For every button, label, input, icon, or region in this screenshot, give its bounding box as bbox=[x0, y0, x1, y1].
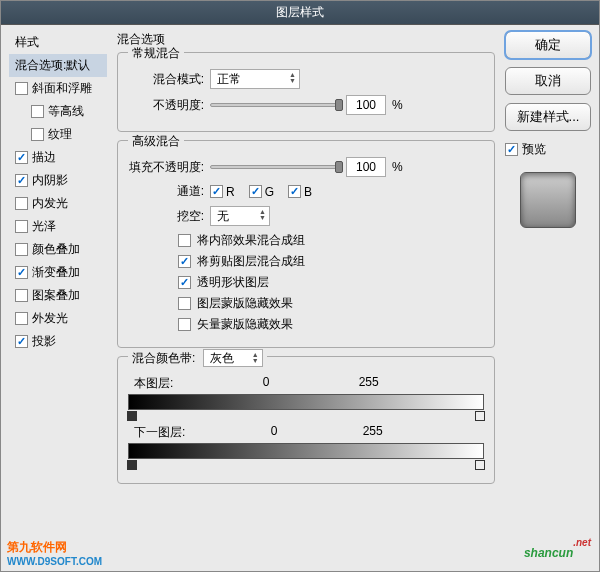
fieldset-title: 常规混合 bbox=[128, 45, 184, 62]
slider-thumb[interactable] bbox=[335, 99, 343, 111]
checkbox[interactable] bbox=[15, 197, 28, 210]
slider-thumb[interactable] bbox=[335, 161, 343, 173]
checkbox[interactable] bbox=[15, 174, 28, 187]
opacity-input[interactable] bbox=[346, 95, 386, 115]
knockout-select[interactable]: 无 ▲▼ bbox=[210, 206, 270, 226]
sidebar-item[interactable]: 斜面和浮雕 bbox=[9, 77, 107, 100]
new-style-button[interactable]: 新建样式... bbox=[505, 103, 591, 131]
knockout-label: 挖空: bbox=[128, 208, 204, 225]
checkbox[interactable] bbox=[15, 220, 28, 233]
sidebar-item-blend-options[interactable]: 混合选项:默认 bbox=[9, 54, 107, 77]
checkbox[interactable] bbox=[178, 276, 191, 289]
preview-checkbox[interactable] bbox=[505, 143, 518, 156]
checkbox[interactable] bbox=[288, 185, 301, 198]
preview-toggle[interactable]: 预览 bbox=[505, 141, 591, 158]
sidebar-item[interactable]: 内发光 bbox=[9, 192, 107, 215]
general-blending-group: 常规混合 混合模式: 正常 ▲▼ 不透明度: % bbox=[117, 52, 495, 132]
this-layer-gradient[interactable] bbox=[128, 394, 484, 410]
sidebar-item-label: 纹理 bbox=[48, 126, 72, 143]
checkbox[interactable] bbox=[15, 243, 28, 256]
channel-toggle[interactable]: B bbox=[288, 185, 312, 199]
opacity-slider[interactable] bbox=[210, 103, 340, 107]
right-column: 确定 取消 新建样式... 预览 bbox=[505, 31, 591, 492]
sidebar-item[interactable]: 图案叠加 bbox=[9, 284, 107, 307]
advanced-option[interactable]: 透明形状图层 bbox=[178, 274, 484, 291]
fill-opacity-input[interactable] bbox=[346, 157, 386, 177]
channel-toggle[interactable]: R bbox=[210, 185, 235, 199]
sidebar-item[interactable]: 纹理 bbox=[9, 123, 107, 146]
opacity-label: 不透明度: bbox=[128, 97, 204, 114]
sidebar-item[interactable]: 描边 bbox=[9, 146, 107, 169]
gradient-handle-white[interactable] bbox=[475, 411, 485, 421]
option-label: 图层蒙版隐藏效果 bbox=[197, 295, 293, 312]
checkbox[interactable] bbox=[31, 105, 44, 118]
sidebar-item[interactable]: 光泽 bbox=[9, 215, 107, 238]
blendif-select[interactable]: 灰色 ▲▼ bbox=[203, 349, 263, 367]
channel-label: R bbox=[226, 185, 235, 199]
sidebar-item[interactable]: 内阴影 bbox=[9, 169, 107, 192]
sidebar-item-label: 混合选项:默认 bbox=[15, 57, 90, 74]
sidebar-item-label: 光泽 bbox=[32, 218, 56, 235]
blendif-max: 255 bbox=[363, 424, 383, 441]
blendif-max: 255 bbox=[359, 375, 379, 392]
next-layer-gradient[interactable] bbox=[128, 443, 484, 459]
sidebar-item-label: 斜面和浮雕 bbox=[32, 80, 92, 97]
channel-toggle[interactable]: G bbox=[249, 185, 274, 199]
checkbox[interactable] bbox=[15, 266, 28, 279]
channel-label: 通道: bbox=[128, 183, 204, 200]
sidebar-item[interactable]: 等高线 bbox=[9, 100, 107, 123]
select-arrows-icon: ▲▼ bbox=[289, 72, 296, 84]
layer-style-dialog: 图层样式 样式 混合选项:默认 斜面和浮雕等高线纹理描边内阴影内发光光泽颜色叠加… bbox=[0, 0, 600, 572]
sidebar-item[interactable]: 颜色叠加 bbox=[9, 238, 107, 261]
ok-button[interactable]: 确定 bbox=[505, 31, 591, 59]
sidebar-item-label: 渐变叠加 bbox=[32, 264, 80, 281]
fieldset-title: 混合颜色带: 灰色 ▲▼ bbox=[128, 349, 267, 367]
checkbox[interactable] bbox=[210, 185, 223, 198]
blendif-label: 混合颜色带: bbox=[132, 351, 195, 365]
checkbox[interactable] bbox=[178, 297, 191, 310]
checkbox[interactable] bbox=[249, 185, 262, 198]
gradient-handle-black[interactable] bbox=[127, 411, 137, 421]
sidebar-item[interactable]: 外发光 bbox=[9, 307, 107, 330]
gradient-handle-black[interactable] bbox=[127, 460, 137, 470]
gradient-handle-white[interactable] bbox=[475, 460, 485, 470]
advanced-option[interactable]: 将剪贴图层混合成组 bbox=[178, 253, 484, 270]
checkbox[interactable] bbox=[178, 318, 191, 331]
this-layer-label: 本图层: bbox=[134, 375, 173, 392]
blendif-min: 0 bbox=[263, 375, 270, 392]
next-layer-label: 下一图层: bbox=[134, 424, 185, 441]
cancel-button[interactable]: 取消 bbox=[505, 67, 591, 95]
fill-opacity-slider[interactable] bbox=[210, 165, 340, 169]
option-label: 将内部效果混合成组 bbox=[197, 232, 305, 249]
blend-mode-select[interactable]: 正常 ▲▼ bbox=[210, 69, 300, 89]
channel-label: B bbox=[304, 185, 312, 199]
option-label: 透明形状图层 bbox=[197, 274, 269, 291]
checkbox[interactable] bbox=[178, 234, 191, 247]
sidebar-header: 样式 bbox=[9, 31, 107, 54]
sidebar-item-label: 内阴影 bbox=[32, 172, 68, 189]
advanced-option[interactable]: 图层蒙版隐藏效果 bbox=[178, 295, 484, 312]
main-panel: 混合选项 常规混合 混合模式: 正常 ▲▼ 不透明度: % bbox=[113, 31, 499, 492]
blend-if-group: 混合颜色带: 灰色 ▲▼ 本图层: 0 255 下一图 bbox=[117, 356, 495, 484]
checkbox[interactable] bbox=[31, 128, 44, 141]
sidebar-item-label: 等高线 bbox=[48, 103, 84, 120]
select-value: 无 bbox=[217, 208, 229, 225]
checkbox[interactable] bbox=[15, 82, 28, 95]
checkbox[interactable] bbox=[15, 312, 28, 325]
watermark-shancun: shancun.net bbox=[524, 537, 591, 563]
fill-unit: % bbox=[392, 160, 403, 174]
sidebar-item[interactable]: 渐变叠加 bbox=[9, 261, 107, 284]
opacity-unit: % bbox=[392, 98, 403, 112]
option-label: 将剪贴图层混合成组 bbox=[197, 253, 305, 270]
blend-mode-label: 混合模式: bbox=[128, 71, 204, 88]
select-arrows-icon: ▲▼ bbox=[252, 352, 259, 364]
checkbox[interactable] bbox=[15, 289, 28, 302]
checkbox[interactable] bbox=[178, 255, 191, 268]
content-area: 样式 混合选项:默认 斜面和浮雕等高线纹理描边内阴影内发光光泽颜色叠加渐变叠加图… bbox=[1, 25, 599, 498]
sidebar-item[interactable]: 投影 bbox=[9, 330, 107, 353]
fieldset-title: 高级混合 bbox=[128, 133, 184, 150]
advanced-option[interactable]: 矢量蒙版隐藏效果 bbox=[178, 316, 484, 333]
checkbox[interactable] bbox=[15, 151, 28, 164]
advanced-option[interactable]: 将内部效果混合成组 bbox=[178, 232, 484, 249]
checkbox[interactable] bbox=[15, 335, 28, 348]
